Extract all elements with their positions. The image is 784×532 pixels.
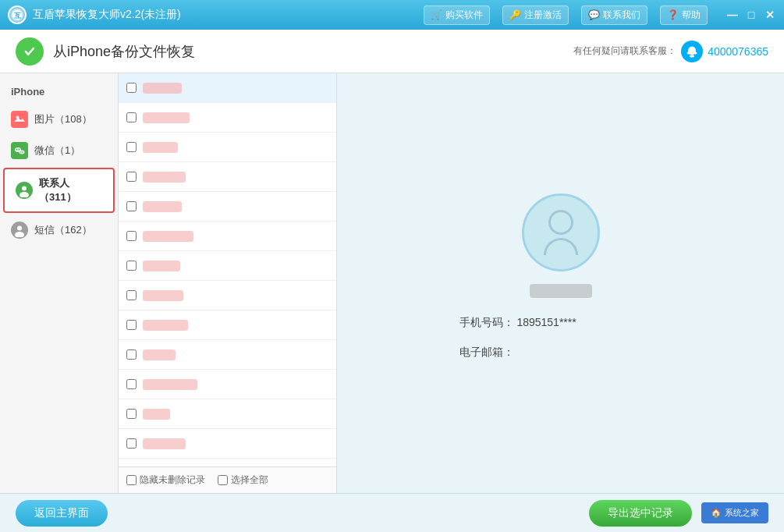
contact-list-scroll[interactable] bbox=[119, 73, 336, 466]
detail-panel: 手机号码： 1895151**** 电子邮箱： bbox=[337, 73, 784, 493]
watermark-text: 系统之家 bbox=[725, 507, 759, 519]
svg-text:互: 互 bbox=[14, 12, 22, 20]
svg-point-6 bbox=[694, 51, 697, 54]
sidebar: iPhone 图片（108） bbox=[0, 73, 119, 493]
chat-icon: 💬 bbox=[588, 9, 600, 20]
svg-point-13 bbox=[16, 149, 18, 151]
home-icon: 🏠 bbox=[711, 508, 722, 518]
contact-checkbox[interactable] bbox=[126, 349, 137, 360]
select-all-checkbox[interactable] bbox=[218, 475, 228, 485]
contact-checkbox[interactable] bbox=[126, 83, 137, 93]
contact-name bbox=[143, 83, 182, 94]
contact-checkbox[interactable] bbox=[126, 438, 137, 449]
question-icon: ❓ bbox=[667, 9, 679, 20]
register-button[interactable]: 🔑 注册激活 bbox=[502, 5, 569, 25]
contact-name bbox=[143, 261, 180, 271]
minimize-button[interactable]: — bbox=[726, 9, 739, 21]
maximize-button[interactable]: □ bbox=[745, 9, 757, 21]
phone-value: 1895151**** bbox=[516, 316, 576, 328]
contact-checkbox[interactable] bbox=[126, 409, 137, 419]
hide-deleted-checkbox-label[interactable]: 隐藏未删除记录 bbox=[126, 473, 205, 487]
photo-icon bbox=[11, 111, 28, 128]
contact-name bbox=[143, 320, 188, 331]
contact-checkbox[interactable] bbox=[126, 201, 137, 211]
sidebar-item-contacts-label: 联系人（311） bbox=[39, 176, 102, 204]
svg-point-17 bbox=[22, 151, 23, 153]
contact-details: 手机号码： 1895151**** 电子邮箱： bbox=[459, 314, 662, 374]
sms-icon bbox=[11, 222, 28, 239]
phone-label: 手机号码： bbox=[459, 316, 514, 328]
content-header: 从iPhone备份文件恢复 有任何疑问请联系客服： 4000076365 bbox=[0, 30, 784, 73]
contact-list-item[interactable] bbox=[119, 103, 336, 133]
contact-list-item[interactable] bbox=[119, 340, 336, 370]
return-button[interactable]: 返回主界面 bbox=[16, 500, 108, 527]
watermark-badge: 🏠 系统之家 bbox=[701, 502, 768, 523]
contact-name-bar bbox=[530, 284, 592, 298]
select-all-label: 选择全部 bbox=[231, 473, 268, 487]
title-bar-right: 🛒 购买软件 🔑 注册激活 💬 联系我们 ❓ 帮助 — □ ✕ bbox=[424, 5, 776, 25]
bottom-bar: 返回主界面 导出选中记录 🏠 系统之家 bbox=[0, 493, 784, 532]
close-button[interactable]: ✕ bbox=[764, 9, 776, 21]
export-button[interactable]: 导出选中记录 bbox=[589, 500, 692, 527]
contact-checkbox[interactable] bbox=[126, 290, 137, 300]
contact-list-item[interactable] bbox=[119, 429, 336, 459]
contact-checkbox[interactable] bbox=[126, 172, 137, 182]
contact-checkbox[interactable] bbox=[126, 142, 137, 152]
contact-avatar bbox=[534, 205, 588, 260]
svg-point-15 bbox=[20, 151, 25, 154]
sidebar-item-sms[interactable]: 短信（162） bbox=[0, 215, 118, 246]
bottom-right: 导出选中记录 🏠 系统之家 bbox=[589, 500, 768, 527]
contact-list-item[interactable] bbox=[119, 251, 336, 281]
support-text: 有任何疑问请联系客服： bbox=[573, 44, 676, 58]
support-phone: 4000076365 bbox=[708, 45, 768, 58]
svg-point-16 bbox=[20, 151, 22, 153]
contact-list-item[interactable] bbox=[119, 310, 336, 340]
help-button[interactable]: ❓ 帮助 bbox=[660, 5, 708, 25]
window-controls: — □ ✕ bbox=[726, 9, 776, 21]
contact-list-item[interactable] bbox=[119, 73, 336, 103]
qq-icon bbox=[681, 41, 703, 62]
sidebar-item-sms-label: 短信（162） bbox=[34, 223, 92, 237]
contact-list-item[interactable] bbox=[119, 133, 336, 162]
sidebar-item-wechat[interactable]: 微信（1） bbox=[0, 135, 118, 166]
buy-button[interactable]: 🛒 购买软件 bbox=[424, 5, 490, 25]
contact-name bbox=[143, 409, 170, 420]
contact-checkbox[interactable] bbox=[126, 231, 137, 241]
contact-checkbox[interactable] bbox=[126, 112, 137, 122]
sidebar-item-contacts[interactable]: 联系人（311） bbox=[3, 168, 115, 213]
contact-name bbox=[143, 290, 183, 301]
contact-list-item[interactable] bbox=[119, 370, 336, 399]
contact-list-item[interactable] bbox=[119, 222, 336, 251]
contact-list-panel: 隐藏未删除记录 选择全部 bbox=[119, 73, 337, 493]
contact-icon bbox=[16, 182, 33, 199]
contact-list-item[interactable] bbox=[119, 192, 336, 222]
svg-point-19 bbox=[22, 186, 27, 191]
contact-name bbox=[143, 201, 182, 212]
email-row: 电子邮箱： bbox=[459, 343, 662, 360]
contact-checkbox[interactable] bbox=[126, 261, 137, 271]
svg-point-14 bbox=[19, 149, 20, 151]
sidebar-item-photos[interactable]: 图片（108） bbox=[0, 104, 118, 135]
page-title: 从iPhone备份文件恢复 bbox=[53, 42, 195, 61]
contact-checkbox[interactable] bbox=[126, 379, 137, 389]
contact-button[interactable]: 💬 联系我们 bbox=[581, 5, 647, 25]
avatar-body bbox=[544, 238, 578, 255]
contact-name bbox=[143, 438, 186, 449]
select-all-checkbox-label[interactable]: 选择全部 bbox=[218, 473, 268, 487]
contact-name bbox=[143, 112, 190, 123]
svg-point-7 bbox=[690, 55, 694, 57]
contact-list-item[interactable] bbox=[119, 281, 336, 310]
app-title: 互盾苹果恢复大师v2.2(未注册) bbox=[33, 8, 181, 22]
key-icon: 🔑 bbox=[509, 9, 521, 20]
wechat-icon bbox=[11, 142, 28, 159]
contact-name bbox=[143, 349, 176, 360]
sidebar-section-iphone: iPhone bbox=[0, 83, 118, 104]
title-bar: 互 互盾苹果恢复大师v2.2(未注册) 🛒 购买软件 🔑 注册激活 💬 联系我们… bbox=[0, 0, 784, 30]
hide-deleted-label: 隐藏未删除记录 bbox=[140, 473, 205, 487]
contact-list-item[interactable] bbox=[119, 162, 336, 192]
contact-checkbox[interactable] bbox=[126, 320, 137, 330]
contact-list-item[interactable] bbox=[119, 399, 336, 429]
contact-name bbox=[143, 379, 197, 390]
hide-deleted-checkbox[interactable] bbox=[126, 475, 137, 485]
header-left: 从iPhone备份文件恢复 bbox=[16, 37, 195, 66]
